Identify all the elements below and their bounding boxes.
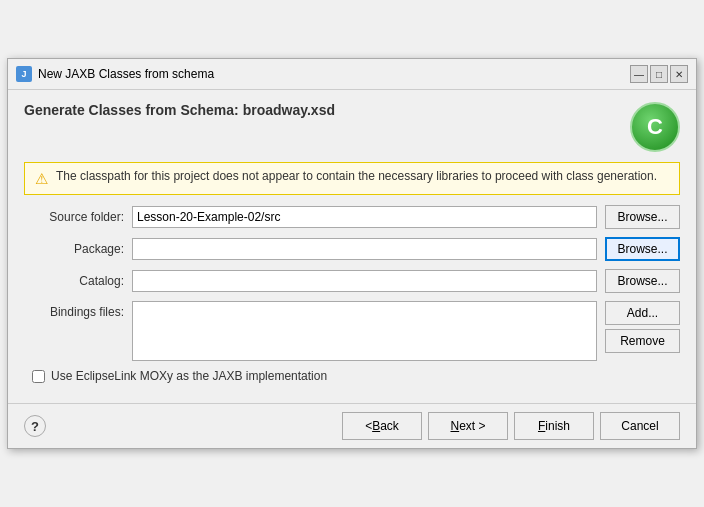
svg-text:J: J [21, 69, 26, 79]
form-area: Source folder: Browse... Package: Browse… [24, 205, 680, 391]
close-button[interactable]: ✕ [670, 65, 688, 83]
package-browse-button[interactable]: Browse... [605, 237, 680, 261]
source-folder-row: Source folder: Browse... [24, 205, 680, 229]
next-button[interactable]: Next > [428, 412, 508, 440]
minimize-button[interactable]: — [630, 65, 648, 83]
catalog-browse-button[interactable]: Browse... [605, 269, 680, 293]
title-bar-left: J New JAXB Classes from schema [16, 66, 214, 82]
source-folder-label: Source folder: [24, 210, 124, 224]
footer-left: ? [24, 415, 46, 437]
warning-box: ⚠ The classpath for this project does no… [24, 162, 680, 195]
dialog-footer: ? < Back Next > Finish Cancel [8, 403, 696, 448]
title-bar: J New JAXB Classes from schema — □ ✕ [8, 59, 696, 90]
maximize-button[interactable]: □ [650, 65, 668, 83]
bindings-buttons: Add... Remove [605, 301, 680, 353]
next-underline: N [450, 419, 459, 433]
package-row: Package: Browse... [24, 237, 680, 261]
catalog-label: Catalog: [24, 274, 124, 288]
back-underline: B [372, 419, 380, 433]
bindings-files-row: Bindings files: Add... Remove [24, 301, 680, 361]
dialog-title: Generate Classes from Schema: broadway.x… [24, 102, 335, 118]
dialog-header: Generate Classes from Schema: broadway.x… [24, 102, 680, 152]
bindings-files-textarea[interactable] [132, 301, 597, 361]
dialog: J New JAXB Classes from schema — □ ✕ Gen… [7, 58, 697, 449]
dialog-content: Generate Classes from Schema: broadway.x… [8, 90, 696, 403]
warning-text: The classpath for this project does not … [56, 169, 657, 183]
back-button[interactable]: < Back [342, 412, 422, 440]
catalog-input[interactable] [132, 270, 597, 292]
bindings-files-label: Bindings files: [24, 301, 124, 319]
title-bar-title: New JAXB Classes from schema [38, 67, 214, 81]
remove-button[interactable]: Remove [605, 329, 680, 353]
footer-buttons: < Back Next > Finish Cancel [342, 412, 680, 440]
title-bar-controls: — □ ✕ [630, 65, 688, 83]
package-label: Package: [24, 242, 124, 256]
warning-icon: ⚠ [35, 170, 48, 188]
source-folder-browse-button[interactable]: Browse... [605, 205, 680, 229]
moxy-checkbox-row: Use EclipseLink MOXy as the JAXB impleme… [24, 369, 680, 383]
catalog-row: Catalog: Browse... [24, 269, 680, 293]
package-input[interactable] [132, 238, 597, 260]
help-button[interactable]: ? [24, 415, 46, 437]
logo-icon: C [630, 102, 680, 152]
moxy-checkbox[interactable] [32, 370, 45, 383]
finish-underline: F [538, 419, 545, 433]
add-button[interactable]: Add... [605, 301, 680, 325]
source-folder-input[interactable] [132, 206, 597, 228]
cancel-button[interactable]: Cancel [600, 412, 680, 440]
finish-button[interactable]: Finish [514, 412, 594, 440]
moxy-checkbox-label[interactable]: Use EclipseLink MOXy as the JAXB impleme… [51, 369, 327, 383]
dialog-icon: J [16, 66, 32, 82]
